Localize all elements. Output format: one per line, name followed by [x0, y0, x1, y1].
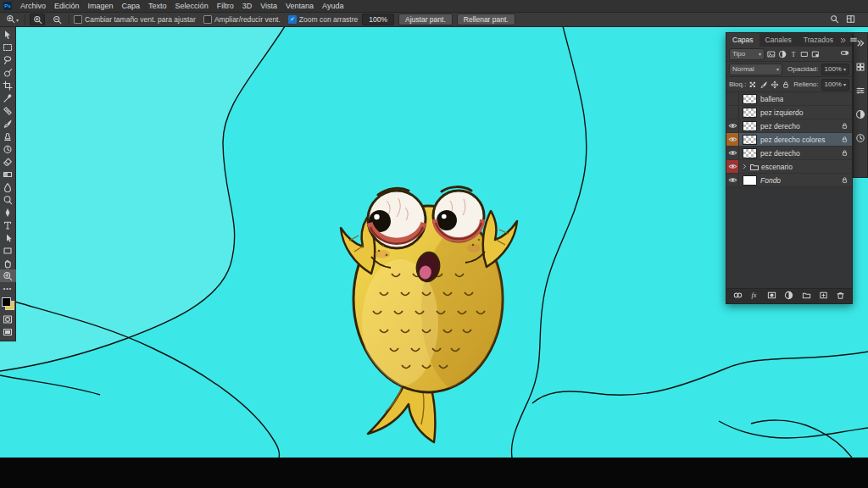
layer-mask-icon[interactable]	[767, 291, 776, 302]
layer-row-ballena[interactable]: ballena	[726, 92, 852, 106]
layer-thumbnail[interactable]	[743, 135, 757, 145]
checkbox-icon[interactable]: ✓	[288, 15, 297, 24]
visibility-toggle[interactable]	[726, 92, 739, 105]
quick-mask-button[interactable]	[0, 313, 16, 325]
checkbox-icon[interactable]	[203, 15, 212, 24]
path-selection-tool[interactable]	[0, 231, 16, 244]
shape-tool[interactable]	[0, 244, 16, 257]
option-zoom-con-arrastre[interactable]: ✓Zoom con arrastre	[288, 15, 358, 24]
lasso-tool[interactable]	[0, 53, 16, 66]
layer-row-escenario[interactable]: escenario	[726, 160, 852, 174]
marquee-tool[interactable]	[0, 41, 16, 53]
move-tool[interactable]	[0, 28, 16, 41]
fill-field[interactable]: 100%▾	[821, 79, 849, 91]
tab-canales[interactable]: Canales	[760, 33, 798, 47]
screen-mode-button[interactable]	[0, 325, 16, 338]
option-ampliar-reducir-vent-[interactable]: Ampliar/reducir vent.	[203, 15, 281, 24]
zoom-level-field[interactable]: 100%	[362, 14, 394, 25]
layer-name: escenario	[761, 163, 793, 171]
visibility-toggle[interactable]	[726, 174, 739, 186]
menu-ventana[interactable]: Ventana	[281, 0, 318, 12]
layer-row-fondo[interactable]: Fondo	[726, 174, 852, 187]
layer-thumbnail[interactable]	[743, 175, 757, 186]
zoom-out-icon	[53, 15, 62, 25]
opacity-field[interactable]: 100%▾	[821, 64, 849, 75]
visibility-toggle[interactable]	[726, 133, 739, 146]
layer-row-pez-derecho[interactable]: pez derecho	[726, 147, 852, 160]
checkbox-icon[interactable]	[74, 15, 82, 24]
move-icon	[3, 30, 13, 40]
layer-thumbnail[interactable]	[743, 94, 757, 104]
brush-tool[interactable]	[0, 117, 16, 130]
history-panel-icon[interactable]	[855, 131, 865, 147]
layer-row-pez-derecho-colores[interactable]: pez derecho colores	[726, 133, 852, 147]
layer-row-pez-izquierdo[interactable]: pez izquierdo	[726, 106, 852, 119]
new-group-icon[interactable]	[802, 291, 811, 302]
more-tools-button[interactable]: •••	[0, 282, 16, 295]
crop-tool[interactable]	[0, 79, 16, 92]
adjustment-layer-icon[interactable]	[784, 291, 793, 302]
zoom-tool[interactable]	[0, 269, 16, 282]
eyedropper-icon	[3, 93, 13, 103]
menu-seleccion[interactable]: Selección	[171, 0, 213, 12]
eye-icon	[728, 121, 737, 130]
blur-tool[interactable]	[0, 180, 16, 193]
hand-tool[interactable]	[0, 257, 16, 269]
tab-capas[interactable]: Capas	[726, 33, 760, 47]
tool-options: Cambiar tamaño vent. para ajustarAmpliar…	[74, 15, 358, 24]
link-layers-icon[interactable]	[733, 291, 743, 302]
visibility-toggle[interactable]	[726, 147, 739, 159]
color-panel-icon[interactable]	[855, 60, 865, 75]
menu-imagen[interactable]: Imagen	[84, 0, 118, 12]
menu-capa[interactable]: Capa	[118, 0, 145, 12]
adjust-icon	[855, 109, 865, 119]
delete-layer-icon[interactable]	[836, 291, 845, 302]
history-brush-tool[interactable]	[0, 142, 16, 155]
foreground-color-swatch[interactable]	[2, 297, 11, 307]
menu-archivo[interactable]: Archivo	[16, 0, 50, 12]
menu-edicion[interactable]: Edición	[50, 0, 84, 12]
eyedropper-tool[interactable]	[0, 92, 16, 104]
visibility-toggle[interactable]	[726, 160, 739, 173]
filter-kind-dropdown[interactable]: Tipo▾	[729, 48, 765, 60]
options-bar-right	[830, 12, 864, 27]
menu-3d[interactable]: 3D	[238, 0, 257, 12]
pen-tool[interactable]	[0, 206, 16, 219]
zoom-out-button[interactable]	[49, 14, 64, 25]
filter-smart-icon	[811, 50, 820, 58]
dodge-tool[interactable]	[0, 193, 16, 206]
visibility-toggle[interactable]	[726, 119, 739, 132]
fill-screen-button[interactable]: Rellenar pant.	[457, 14, 515, 25]
gradient-tool[interactable]	[0, 168, 16, 180]
color-swatches[interactable]	[2, 297, 14, 310]
menu-ayuda[interactable]: Ayuda	[318, 0, 348, 12]
layer-thumbnail[interactable]	[743, 108, 757, 118]
fit-screen-button[interactable]: Ajustar pant.	[398, 14, 453, 25]
adjustments-panel-icon[interactable]	[855, 108, 865, 123]
menu-vista[interactable]: Vista	[256, 0, 281, 12]
tool-preset-picker[interactable]: ▾	[4, 12, 20, 27]
clone-stamp-tool[interactable]	[0, 130, 16, 142]
visibility-toggle[interactable]	[726, 106, 739, 119]
healing-brush-tool[interactable]	[0, 104, 16, 117]
menu-filtro[interactable]: Filtro	[213, 0, 238, 12]
zoom-in-button[interactable]	[30, 14, 45, 25]
eraser-tool[interactable]	[0, 155, 16, 168]
option-cambiar-tamano-vent-para-ajustar[interactable]: Cambiar tamaño vent. para ajustar	[74, 15, 196, 24]
type-tool[interactable]	[0, 219, 16, 231]
layer-effects-icon[interactable]: fx	[750, 291, 760, 302]
quick-selection-tool[interactable]	[0, 66, 16, 79]
filter-toggle-icon[interactable]	[840, 48, 849, 59]
layer-row-pez-derecho[interactable]: pez derecho	[726, 119, 852, 133]
layer-thumbnail[interactable]	[743, 148, 757, 158]
properties-panel-icon[interactable]	[855, 84, 865, 99]
screenmode-icon	[3, 327, 13, 337]
historybrush-icon	[3, 144, 13, 154]
tab-trazados[interactable]: Trazados	[798, 33, 839, 47]
type-icon	[3, 220, 13, 230]
layer-name: pez izquierdo	[760, 108, 804, 117]
menu-texto[interactable]: Texto	[144, 0, 171, 12]
layer-thumbnail[interactable]	[743, 121, 757, 131]
new-layer-icon[interactable]	[819, 291, 828, 302]
blend-mode-dropdown[interactable]: Normal▾	[729, 64, 782, 75]
